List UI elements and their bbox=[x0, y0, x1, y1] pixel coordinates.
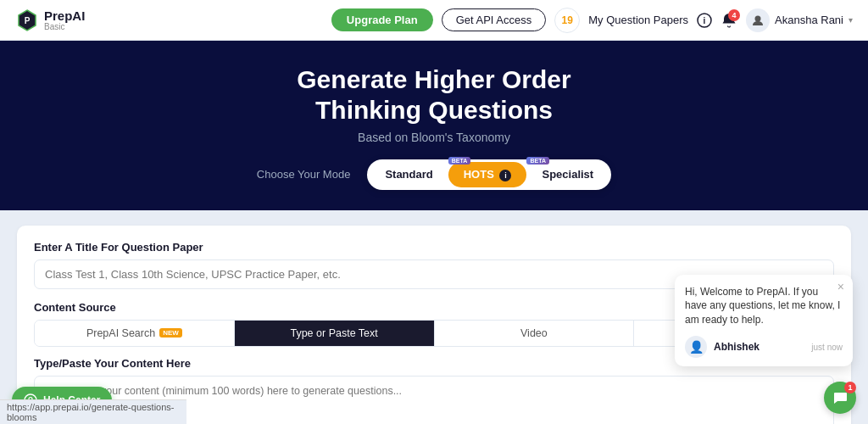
chat-time: just now bbox=[811, 343, 843, 352]
logo-text: PrepAI bbox=[44, 9, 85, 22]
specialist-label: Specialist bbox=[542, 168, 593, 181]
prepai-search-label: PrepAI Search bbox=[86, 327, 155, 339]
hero-subtitle: Based on Bloom's Taxonomy bbox=[17, 131, 851, 144]
chat-widget: × Hi, Welcome to PrepAI. If you have any… bbox=[675, 275, 853, 366]
hero-title: Generate Higher Order Thinking Questions bbox=[17, 64, 851, 126]
hero-section: Generate Higher Order Thinking Questions… bbox=[0, 41, 868, 210]
chat-message: Hi, Welcome to PrepAI. If you have any q… bbox=[685, 285, 843, 327]
svg-text:P: P bbox=[25, 16, 31, 25]
user-menu[interactable]: Akansha Rani ▾ bbox=[746, 8, 853, 32]
tab-video[interactable]: Video bbox=[435, 321, 635, 346]
chevron-down-icon: ▾ bbox=[849, 15, 853, 25]
info-icon: i bbox=[697, 13, 712, 28]
logo-sub: Basic bbox=[44, 22, 85, 31]
user-name-label: Akansha Rani bbox=[775, 14, 843, 26]
chat-close-button[interactable]: × bbox=[837, 280, 844, 293]
chat-user-row: 👤 Abhishek just now bbox=[685, 336, 843, 358]
mode-selector-wrapper: Choose Your Mode Standard HOTS BETA i Sp… bbox=[17, 159, 851, 190]
mode-selector: Standard HOTS BETA i Specialist BETA bbox=[367, 159, 611, 190]
beta-tag-hots: BETA bbox=[448, 157, 471, 165]
my-question-papers-link[interactable]: My Question Papers bbox=[588, 14, 688, 26]
beta-tag-specialist: BETA bbox=[526, 157, 549, 165]
navbar: P PrepAI Basic Upgrade Plan Get API Acce… bbox=[0, 0, 868, 41]
tab-type-paste[interactable]: Type or Paste Text bbox=[235, 321, 435, 346]
type-paste-label: Type or Paste Text bbox=[290, 327, 377, 339]
coin-badge[interactable]: 19 bbox=[554, 8, 580, 33]
video-label: Video bbox=[520, 327, 548, 339]
prepai-logo-icon: P bbox=[15, 8, 39, 32]
mode-specialist-button[interactable]: Specialist BETA bbox=[526, 162, 609, 187]
chat-agent-avatar: 👤 bbox=[685, 336, 707, 358]
info-button[interactable]: i bbox=[697, 13, 712, 28]
upgrade-plan-button[interactable]: Upgrade Plan bbox=[331, 8, 433, 31]
mode-standard-button[interactable]: Standard bbox=[370, 162, 448, 187]
user-icon bbox=[751, 14, 765, 27]
notifications-button[interactable]: 4 bbox=[721, 12, 737, 29]
mode-hots-button[interactable]: HOTS BETA i bbox=[448, 162, 527, 187]
svg-text:i: i bbox=[704, 16, 706, 25]
notification-count-badge: 4 bbox=[728, 9, 740, 21]
hots-label: HOTS bbox=[464, 168, 494, 181]
svg-point-3 bbox=[755, 15, 761, 21]
logo-area: P PrepAI Basic bbox=[15, 8, 92, 32]
hots-info-icon: i bbox=[499, 170, 511, 181]
new-badge: NEW bbox=[159, 328, 182, 338]
chat-fab-notification-count: 1 bbox=[844, 382, 856, 393]
user-avatar bbox=[746, 8, 770, 32]
nav-center: Upgrade Plan Get API Access 19 My Questi… bbox=[331, 8, 853, 33]
url-bar: https://app.prepai.io/generate-questions… bbox=[0, 399, 186, 424]
get-api-access-button[interactable]: Get API Access bbox=[442, 8, 547, 31]
tab-prepai-search[interactable]: PrepAI Search NEW bbox=[35, 321, 235, 346]
choose-mode-label: Choose Your Mode bbox=[257, 168, 351, 181]
chat-fab-button[interactable]: 1 bbox=[824, 382, 856, 414]
title-field-label: Enter A Title For Question Paper bbox=[34, 241, 834, 254]
chat-agent-name: Abhishek bbox=[714, 341, 760, 353]
